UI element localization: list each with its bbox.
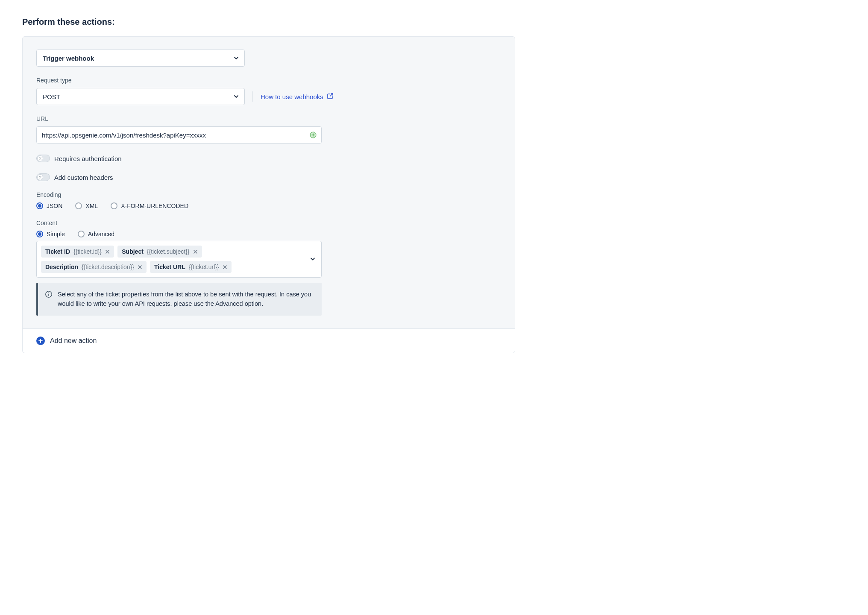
info-text: Select any of the ticket properties from… <box>58 290 313 309</box>
action-type-select[interactable]: Trigger webhook <box>36 50 245 67</box>
actions-panel: Trigger webhook Request type POST How to… <box>22 36 515 353</box>
chevron-down-icon <box>310 256 315 263</box>
request-type-value: POST <box>43 93 60 100</box>
help-link-text: How to use webhooks <box>261 93 323 100</box>
radio-icon <box>111 202 117 209</box>
encoding-xml-radio[interactable]: XML <box>75 202 98 209</box>
action-type-value: Trigger webhook <box>43 55 94 62</box>
chip: Description {{ticket.description}} <box>41 261 147 273</box>
content-advanced-text: Advanced <box>88 231 114 237</box>
svg-point-2 <box>48 293 49 293</box>
divider <box>252 91 253 102</box>
requires-auth-label: Requires authentication <box>54 155 122 162</box>
chip-name: Description <box>45 264 78 270</box>
chip: Ticket URL {{ticket.url}} <box>150 261 232 273</box>
requires-auth-toggle[interactable] <box>36 155 50 162</box>
help-link[interactable]: How to use webhooks <box>261 93 334 101</box>
chip-name: Ticket ID <box>45 248 70 255</box>
custom-headers-toggle[interactable] <box>36 173 50 181</box>
chip-remove-icon[interactable] <box>138 265 142 269</box>
svg-rect-3 <box>48 294 49 296</box>
add-new-action-text: Add new action <box>50 337 97 345</box>
encoding-json-text: JSON <box>47 202 62 209</box>
chip-var: {{ticket.subject}} <box>147 248 190 255</box>
chip-var: {{ticket.url}} <box>189 264 219 270</box>
encoding-label: Encoding <box>36 191 501 198</box>
content-simple-radio[interactable]: Simple <box>36 231 65 237</box>
chip-remove-icon[interactable] <box>105 249 110 254</box>
insert-placeholder-icon[interactable] <box>310 132 317 138</box>
chip-name: Subject <box>122 248 144 255</box>
chip-name: Ticket URL <box>154 264 185 270</box>
chip-remove-icon[interactable] <box>223 265 227 269</box>
add-new-action-button[interactable]: Add new action <box>23 328 515 353</box>
encoding-xml-text: XML <box>85 202 98 209</box>
external-link-icon <box>327 93 334 101</box>
info-banner: Select any of the ticket properties from… <box>36 283 322 316</box>
content-simple-text: Simple <box>47 231 65 237</box>
request-type-select[interactable]: POST <box>36 88 245 105</box>
content-label: Content <box>36 220 501 226</box>
radio-icon <box>78 231 85 237</box>
request-type-label: Request type <box>36 77 501 84</box>
plus-icon <box>36 337 45 345</box>
radio-checked-icon <box>36 202 43 209</box>
content-advanced-radio[interactable]: Advanced <box>78 231 114 237</box>
chip-var: {{ticket.description}} <box>82 264 134 270</box>
info-icon <box>45 290 53 309</box>
page-title: Perform these actions: <box>22 17 846 27</box>
encoding-json-radio[interactable]: JSON <box>36 202 62 209</box>
radio-checked-icon <box>36 231 43 237</box>
chip: Ticket ID {{ticket.id}} <box>41 246 114 258</box>
chip-remove-icon[interactable] <box>193 249 198 254</box>
chip-var: {{ticket.id}} <box>73 248 102 255</box>
content-chips-select[interactable]: Ticket ID {{ticket.id}} Subject {{ticket… <box>36 241 322 278</box>
chip: Subject {{ticket.subject}} <box>117 246 202 258</box>
url-input[interactable] <box>36 126 322 144</box>
encoding-xform-radio[interactable]: X-FORM-URLENCODED <box>111 202 188 209</box>
radio-icon <box>75 202 82 209</box>
custom-headers-label: Add custom headers <box>54 174 113 181</box>
encoding-xform-text: X-FORM-URLENCODED <box>121 202 188 209</box>
url-label: URL <box>36 115 501 122</box>
